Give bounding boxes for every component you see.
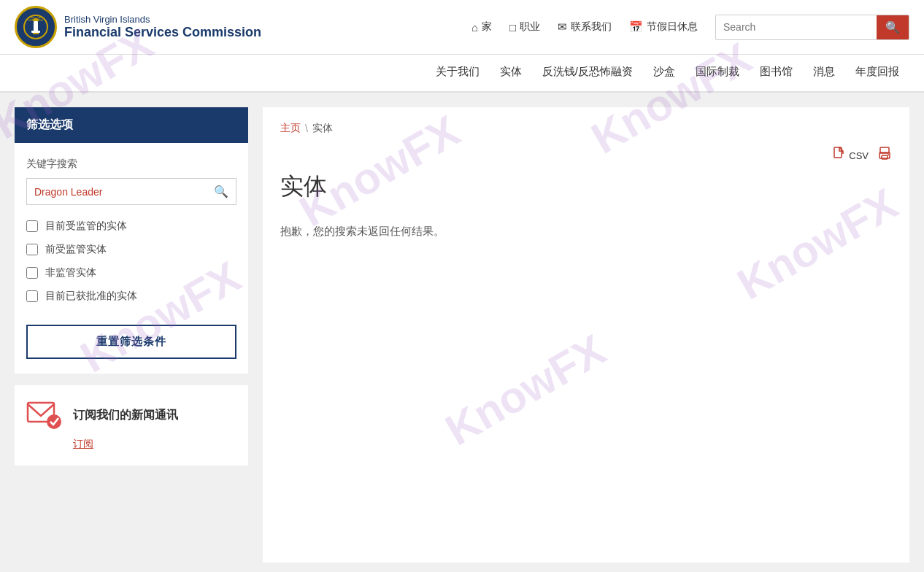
page-wrapper: 筛选选项 关键字搜索 🔍 目前受监管的实体 前受监管实体 [0, 93, 924, 572]
logo-bottom-line: Financial Services Commission [64, 25, 261, 40]
top-nav-home-label: 家 [482, 20, 492, 34]
top-nav-holiday-label: 节假日休息 [647, 20, 698, 34]
checkbox-formerly-regulated-input[interactable] [26, 244, 38, 255]
csv-export-button[interactable]: CSV [833, 147, 869, 165]
svg-rect-4 [33, 33, 39, 34]
email-icon: ✉ [558, 20, 567, 34]
top-nav-home[interactable]: ⌂ 家 [471, 20, 492, 34]
top-nav-holiday[interactable]: 📅 节假日休息 [629, 20, 698, 34]
nav-aml[interactable]: 反洗钱/反恐怖融资 [532, 55, 643, 91]
checkbox-approved-entity-label: 目前已获批准的实体 [45, 290, 137, 303]
checkbox-formerly-regulated-label: 前受监管实体 [45, 243, 107, 256]
breadcrumb: 主页 \ 实体 [280, 122, 892, 135]
checkbox-formerly-regulated[interactable]: 前受监管实体 [26, 243, 236, 256]
keyword-search-row: 🔍 [26, 178, 236, 205]
newsletter-panel: 订阅我们的新闻通讯 订阅 [15, 385, 248, 465]
nav-library[interactable]: 图书馆 [750, 55, 803, 91]
reset-filter-button[interactable]: 重置筛选条件 [26, 325, 236, 359]
home-icon: ⌂ [471, 21, 478, 34]
logo-icon [15, 6, 57, 48]
print-button[interactable] [877, 147, 892, 165]
search-box: 🔍 [715, 15, 909, 40]
top-bar: British Virgin Islands Financial Service… [0, 0, 924, 55]
newsletter-subscribe-link[interactable]: 订阅 [73, 438, 236, 451]
newsletter-title: 订阅我们的新闻通讯 [73, 408, 178, 423]
svg-point-15 [888, 154, 889, 155]
no-results-message: 抱歉，您的搜索未返回任何结果。 [280, 217, 892, 246]
svg-rect-1 [34, 21, 38, 31]
svg-point-10 [47, 414, 61, 429]
filter-panel: 筛选选项 关键字搜索 🔍 目前受监管的实体 前受监管实体 [15, 107, 248, 374]
content-header-area: 主页 \ 实体 CSV [280, 122, 892, 165]
main-navigation: 关于我们 实体 反洗钱/反恐怖融资 沙盒 国际制裁 图书馆 消息 年度回报 [0, 55, 924, 93]
logo-area: British Virgin Islands Financial Service… [15, 6, 261, 48]
checkbox-approved-entity-input[interactable] [26, 290, 38, 302]
logo-top-line: British Virgin Islands [64, 14, 261, 25]
search-button[interactable]: 🔍 [877, 15, 909, 39]
calendar-icon: 📅 [629, 20, 643, 34]
newsletter-icon [26, 400, 63, 430]
top-navigation: ⌂ 家 □ 职业 ✉ 联系我们 📅 节假日休息 🔍 [471, 15, 909, 40]
logo-text: British Virgin Islands Financial Service… [64, 14, 261, 40]
checkbox-non-regulated[interactable]: 非监管实体 [26, 266, 236, 279]
search-input[interactable] [716, 17, 877, 37]
breadcrumb-separator: \ [305, 123, 308, 134]
svg-rect-3 [31, 31, 40, 33]
checkbox-currently-regulated-label: 目前受监管的实体 [45, 220, 127, 233]
checkbox-approved-entity[interactable]: 目前已获批准的实体 [26, 290, 236, 303]
csv-icon [833, 147, 846, 165]
nav-news[interactable]: 消息 [803, 55, 845, 91]
nav-sanctions[interactable]: 国际制裁 [685, 55, 750, 91]
keyword-search-input[interactable] [27, 180, 207, 204]
sidebar: 筛选选项 关键字搜索 🔍 目前受监管的实体 前受监管实体 [15, 107, 248, 563]
filter-body: 关键字搜索 🔍 目前受监管的实体 前受监管实体 [15, 143, 248, 374]
top-nav-contact-label: 联系我们 [571, 20, 612, 34]
checkbox-non-regulated-label: 非监管实体 [45, 266, 96, 279]
top-nav-career-label: 职业 [520, 20, 540, 34]
nav-entity[interactable]: 实体 [490, 55, 532, 91]
filter-header: 筛选选项 [15, 107, 248, 143]
career-icon: □ [509, 21, 516, 34]
toolbar-row: CSV [280, 147, 892, 165]
top-nav-contact[interactable]: ✉ 联系我们 [558, 20, 612, 34]
csv-label: CSV [849, 150, 869, 161]
newsletter-row: 订阅我们的新闻通讯 [26, 400, 236, 430]
nav-annual[interactable]: 年度回报 [845, 55, 909, 91]
nav-about[interactable]: 关于我们 [426, 55, 490, 91]
main-content: 主页 \ 实体 CSV [263, 107, 909, 563]
svg-rect-14 [882, 155, 888, 159]
breadcrumb-current: 实体 [312, 122, 333, 135]
checkbox-currently-regulated-input[interactable] [26, 220, 38, 232]
top-nav-career[interactable]: □ 职业 [509, 20, 540, 34]
nav-sandbox[interactable]: 沙盒 [643, 55, 685, 91]
page-title: 实体 [280, 171, 892, 203]
keyword-label: 关键字搜索 [26, 158, 236, 171]
checkbox-currently-regulated[interactable]: 目前受监管的实体 [26, 220, 236, 233]
checkbox-non-regulated-input[interactable] [26, 267, 38, 279]
print-icon [877, 147, 892, 165]
keyword-search-icon[interactable]: 🔍 [207, 179, 236, 204]
breadcrumb-home-link[interactable]: 主页 [280, 122, 301, 135]
checkbox-group: 目前受监管的实体 前受监管实体 非监管实体 目前已获批准的实体 [26, 220, 236, 303]
